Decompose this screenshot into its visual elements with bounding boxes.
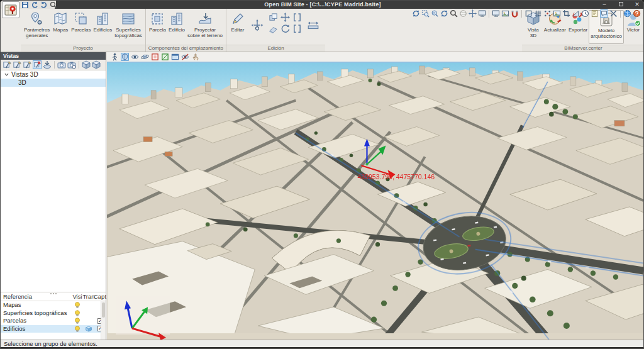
delete-view-icon[interactable] bbox=[33, 60, 42, 69]
orbit-icon[interactable] bbox=[412, 9, 420, 18]
clock-icon[interactable] bbox=[581, 9, 589, 18]
image-icon[interactable] bbox=[553, 9, 561, 18]
zoom-out-icon[interactable] bbox=[431, 9, 439, 18]
shield-icon[interactable] bbox=[121, 53, 129, 61]
frame-icon[interactable] bbox=[525, 9, 533, 18]
sphere-icon[interactable] bbox=[459, 9, 467, 18]
symmetry-icon[interactable] bbox=[292, 13, 302, 22]
move-icon[interactable] bbox=[280, 13, 290, 22]
app-menu-button[interactable] bbox=[2, 1, 19, 18]
view-tools-strip bbox=[412, 9, 641, 18]
move-node-icon[interactable] bbox=[251, 19, 264, 31]
comment-icon[interactable] bbox=[600, 9, 608, 18]
edificio-button[interactable]: Edificio bbox=[167, 10, 186, 44]
table-row-edificios[interactable]: Edificios ✓ bbox=[1, 325, 106, 333]
maximize-icon bbox=[619, 2, 623, 6]
measure-person-icon[interactable] bbox=[111, 53, 119, 61]
tools-icon[interactable] bbox=[609, 9, 618, 18]
duplicate-view-icon[interactable] bbox=[23, 60, 31, 69]
views-panel-title: Vistas bbox=[1, 52, 106, 60]
ribbon-group-componentes: Parcela Edificio Proyectar sobre el terr… bbox=[145, 9, 226, 52]
editar-button[interactable]: Editar bbox=[228, 10, 247, 44]
layers-table: Referencia Visi Tran Capt Mapas ✓ Superf… bbox=[1, 292, 106, 340]
orbit-object-icon[interactable] bbox=[141, 53, 149, 61]
axis-triad bbox=[116, 296, 170, 340]
terrain-icon bbox=[197, 11, 213, 26]
help-icon[interactable] bbox=[633, 9, 641, 18]
parcelas-button[interactable]: Parcelas bbox=[70, 10, 92, 44]
views-panel: Vistas Vistas 3D 3D Referencia bbox=[1, 52, 106, 340]
tree-group-vistas-3d[interactable]: Vistas 3D bbox=[1, 70, 106, 79]
views-tree: Vistas 3D 3D bbox=[1, 70, 106, 87]
ribbon-group-proyecto: Parámetros generales Mapas Parcelas Edif… bbox=[21, 9, 145, 52]
table-row-mapas[interactable]: Mapas ✓ bbox=[1, 301, 106, 309]
title-bar: Open BIM Site - [C:\...\CYPE Madrid.bsit… bbox=[1, 1, 644, 9]
slope-icon[interactable] bbox=[572, 9, 580, 18]
close-button[interactable]: ✕ bbox=[633, 1, 641, 9]
superficies-button[interactable]: Superficies topográficas bbox=[113, 10, 143, 44]
window-view-icon[interactable] bbox=[171, 53, 179, 61]
wire-box-icon[interactable] bbox=[92, 60, 101, 69]
group-label-edicion: Edición bbox=[226, 45, 325, 52]
measure-icon[interactable] bbox=[307, 19, 319, 31]
window-title: Open BIM Site - [C:\...\CYPE Madrid.bsit… bbox=[1, 1, 644, 8]
proyectar-terreno-button[interactable]: Proyectar sobre el terreno bbox=[186, 10, 224, 44]
transparency-cube-icon[interactable] bbox=[86, 326, 92, 332]
edit-view-icon[interactable] bbox=[13, 60, 21, 69]
panel-splitter[interactable] bbox=[1, 292, 106, 295]
group-label-componentes: Componentes del emplazamiento bbox=[146, 45, 226, 52]
copy-icon[interactable] bbox=[269, 13, 278, 22]
notes-icon[interactable] bbox=[591, 9, 599, 18]
viewport-toolbar bbox=[107, 52, 643, 62]
mapas-button[interactable]: Mapas bbox=[51, 10, 70, 44]
visibility-bulb-icon[interactable] bbox=[74, 310, 80, 316]
visibility-bulb-icon[interactable] bbox=[74, 302, 80, 308]
status-bar: Seleccione un grupo de elementos. bbox=[1, 340, 644, 347]
chevron-down-icon bbox=[4, 72, 9, 77]
clip-box-green-icon[interactable] bbox=[161, 53, 169, 61]
solid-box-icon[interactable] bbox=[82, 60, 91, 69]
rotate-view-icon[interactable] bbox=[440, 9, 448, 18]
redraw-icon[interactable] bbox=[492, 9, 500, 18]
render-mode-icon[interactable] bbox=[501, 9, 509, 18]
pan-icon[interactable] bbox=[469, 9, 477, 18]
table-row-superficies[interactable]: Superficies topográficas ✓ bbox=[1, 309, 106, 318]
zoom-icon[interactable] bbox=[450, 9, 458, 18]
app-window: Open BIM Site - [C:\...\CYPE Madrid.bsit… bbox=[0, 0, 644, 349]
erase-icon[interactable] bbox=[269, 24, 278, 33]
viewport-3d[interactable]: 439953.790, 4475770.146 bbox=[107, 52, 643, 340]
eye-icon[interactable] bbox=[131, 53, 139, 61]
clip-box-red-icon[interactable] bbox=[151, 53, 159, 61]
touch-icon[interactable] bbox=[191, 53, 199, 61]
map-icon bbox=[53, 11, 68, 26]
symmetry-copy-icon[interactable] bbox=[292, 24, 302, 33]
city-3d-scene[interactable]: 439953.790, 4475770.146 bbox=[107, 62, 643, 340]
plan-view-icon[interactable] bbox=[43, 60, 52, 69]
edificios-button[interactable]: Edificios bbox=[92, 10, 113, 44]
visibility-bulb-icon[interactable] bbox=[74, 318, 80, 324]
globe-icon[interactable] bbox=[623, 9, 631, 18]
group-label-proyecto: Proyecto bbox=[21, 45, 145, 52]
buildings-icon bbox=[95, 11, 110, 26]
maximize-button[interactable] bbox=[617, 1, 625, 9]
crop-icon[interactable] bbox=[562, 9, 570, 18]
table-row-parcelas[interactable]: Parcelas ✓ bbox=[1, 317, 106, 325]
tree-item-3d[interactable]: 3D bbox=[1, 79, 106, 87]
parcela-button[interactable]: Parcela bbox=[148, 10, 167, 44]
grid-icon[interactable] bbox=[534, 9, 542, 18]
building-icon bbox=[169, 11, 184, 26]
parametros-generales-button[interactable]: Parámetros generales bbox=[23, 10, 51, 44]
snap-icon[interactable] bbox=[543, 9, 552, 18]
minimize-button[interactable]: – bbox=[601, 1, 608, 9]
new-view-icon[interactable] bbox=[3, 60, 11, 69]
table-scrollbar[interactable] bbox=[101, 301, 106, 340]
magnet-icon[interactable] bbox=[511, 9, 519, 18]
hide-eye-icon[interactable] bbox=[181, 53, 189, 61]
photo-icon[interactable] bbox=[57, 60, 66, 69]
rotate-icon[interactable] bbox=[280, 24, 290, 33]
screen-icon[interactable] bbox=[478, 9, 486, 18]
zoom-window-icon[interactable] bbox=[421, 9, 430, 18]
photo-zoom-icon[interactable] bbox=[67, 60, 76, 69]
views-panel-toolbar bbox=[1, 60, 106, 70]
visibility-bulb-icon[interactable] bbox=[74, 326, 80, 332]
